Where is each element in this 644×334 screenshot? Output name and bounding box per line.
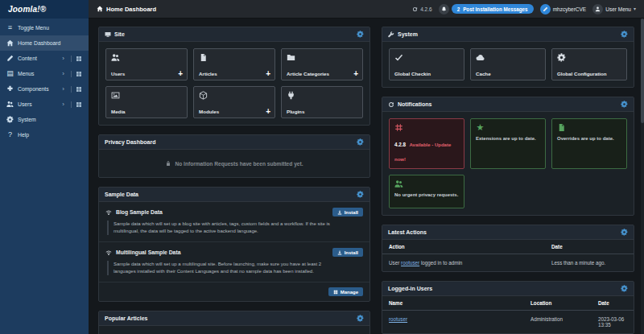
- system-card-cache[interactable]: Cache: [470, 48, 546, 80]
- list-icon: ▤: [6, 70, 14, 77]
- cube-icon: [199, 91, 208, 100]
- scrollbar[interactable]: [641, 19, 644, 334]
- panel-title: Popular Articles: [105, 315, 147, 321]
- pencil-icon-wrap: [540, 4, 551, 14]
- folder-icon: [287, 53, 295, 62]
- dashboard-grid-icon[interactable]: [71, 71, 82, 77]
- privacy-empty-message: No Information Requests have been submit…: [99, 150, 369, 177]
- sidebar-item-components[interactable]: Components ›: [0, 81, 89, 97]
- add-button[interactable]: +: [266, 70, 270, 78]
- column-header-action: Action: [382, 240, 545, 254]
- panel-title: System: [398, 31, 418, 37]
- scrollbar-thumb[interactable]: [641, 19, 644, 123]
- date-cell: 2023-03-06 13:35: [592, 311, 634, 334]
- post-installation-messages[interactable]: 2 Post Installation Messages: [439, 4, 534, 14]
- latest-actions-panel: Latest Actions Action Date User r: [382, 225, 634, 272]
- system-card-global-checkin[interactable]: Global Checkin: [389, 48, 464, 80]
- site-card-modules[interactable]: Modules +: [193, 86, 275, 118]
- person-icon: [595, 6, 601, 12]
- rootuser-link[interactable]: rootuser: [389, 316, 407, 322]
- system-card-global-configuration[interactable]: Global Configuration: [551, 48, 627, 80]
- sidebar-item-label: System: [18, 117, 36, 122]
- sample-data-description: Sample data which will set up a blog sit…: [107, 221, 339, 235]
- gear-icon[interactable]: [621, 229, 628, 236]
- sidebar-item-home-dashboard[interactable]: Home Dashboard: [0, 35, 89, 51]
- download-icon: [337, 250, 342, 255]
- gear-icon[interactable]: [621, 101, 628, 108]
- update-available-card[interactable]: 4.2.8 Available - Update now!: [389, 118, 464, 169]
- sidebar-item-label: Components: [18, 86, 49, 92]
- sample-data-item-blog: Blog Sample Data Install Sample data whi…: [99, 202, 369, 241]
- home-icon: [97, 6, 103, 12]
- refresh-icon: [388, 101, 394, 108]
- file-icon: [557, 123, 566, 132]
- sidebar-item-label: Content: [18, 56, 37, 61]
- sidebar-item-content[interactable]: Content ›: [0, 51, 89, 66]
- bell-icon-wrap: [439, 4, 449, 14]
- sidebar-item-system[interactable]: System: [0, 112, 89, 127]
- site-card-media[interactable]: Media: [105, 86, 188, 118]
- action-cell: User rootuser logged in to admin: [382, 254, 545, 272]
- site-card-plugins[interactable]: Plugins: [281, 86, 363, 118]
- logged-in-users-panel: Logged-in Users Name Location Date: [382, 281, 634, 334]
- file-icon: [199, 53, 208, 62]
- add-button[interactable]: +: [353, 70, 358, 78]
- add-button[interactable]: +: [266, 108, 270, 116]
- users-icon: [111, 53, 120, 62]
- table-row: rootuser Administration 2023-03-06 13:35: [382, 311, 634, 334]
- chevron-right-icon: ›: [62, 56, 64, 62]
- home-icon: [6, 39, 14, 47]
- chevron-right-icon: ›: [62, 86, 64, 93]
- sample-data-panel: Sample Data Blog Sample Data Install: [98, 187, 370, 302]
- column-header-date: Date: [592, 296, 634, 311]
- dashboard-grid-icon[interactable]: [71, 101, 82, 108]
- update-version: 4.2.8: [394, 142, 406, 147]
- sidebar-item-help[interactable]: ? Help: [0, 127, 89, 142]
- system-panel: System Global Checkin Cache: [382, 27, 634, 88]
- dashboard-grid-icon[interactable]: [71, 86, 82, 93]
- column-header-location: Location: [524, 296, 592, 311]
- name-cell: rootuser: [382, 311, 524, 334]
- table-row: User rootuser logged in to admin Less th…: [382, 254, 634, 272]
- gear-icon[interactable]: [357, 315, 364, 322]
- dashboard-content: Site Users + Articles +: [89, 19, 644, 334]
- cloud-icon: [476, 53, 485, 62]
- manage-button[interactable]: Manage: [328, 287, 363, 296]
- overrides-status-card[interactable]: Overrides are up to date.: [551, 118, 627, 169]
- extensions-status-card[interactable]: ★ Extensions are up to date.: [470, 118, 546, 169]
- gear-icon[interactable]: [621, 285, 628, 292]
- sidebar-item-menus[interactable]: ▤ Menus ›: [0, 66, 89, 81]
- gear-icon[interactable]: [357, 31, 364, 38]
- post-installation-messages-button[interactable]: 2 Post Installation Messages: [452, 4, 534, 14]
- privacy-dashboard-panel: Privacy Dashboard No Information Request…: [98, 134, 370, 178]
- caret-down-icon: ▾: [634, 6, 636, 11]
- site-card-article-categories[interactable]: Article Categories +: [281, 48, 363, 80]
- edit-site-item[interactable]: mhzcyberCVE: [540, 4, 587, 14]
- install-blog-sample-button[interactable]: Install: [332, 208, 363, 216]
- gear-icon[interactable]: [621, 31, 628, 38]
- sidebar-item-label: Menus: [18, 71, 34, 76]
- dashboard-grid-icon[interactable]: [71, 56, 82, 62]
- rootuser-link[interactable]: rootuser: [401, 260, 419, 266]
- gear-icon: [6, 116, 14, 123]
- puzzle-icon: [6, 85, 14, 93]
- sidebar-item-users[interactable]: Users ›: [0, 97, 89, 112]
- sidebar-item-toggle-menu[interactable]: ≡ Toggle Menu: [0, 20, 89, 35]
- privacy-requests-card[interactable]: No urgent privacy requests.: [389, 175, 464, 208]
- user-menu[interactable]: User Menu ▾: [592, 4, 636, 14]
- gear-icon[interactable]: [357, 138, 364, 146]
- pencil-icon: [6, 55, 14, 62]
- site-card-articles[interactable]: Articles +: [193, 48, 275, 80]
- plug-icon: [287, 91, 295, 100]
- joomla-version[interactable]: 4.2.6: [412, 6, 431, 12]
- add-button[interactable]: +: [178, 70, 183, 78]
- site-card-users[interactable]: Users +: [105, 48, 188, 80]
- check-icon: [394, 53, 403, 62]
- install-multilingual-sample-button[interactable]: Install: [332, 248, 363, 257]
- joomla-logo: Joomla!®: [0, 0, 89, 19]
- topbar: Home Dashboard 4.2.6 2 Post Installation…: [89, 0, 644, 19]
- logged-in-users-table: Name Location Date rootuser Administrati…: [382, 296, 634, 333]
- gear-icon[interactable]: [357, 191, 364, 198]
- star-icon: ★: [476, 123, 485, 132]
- lock-icon: [165, 160, 171, 167]
